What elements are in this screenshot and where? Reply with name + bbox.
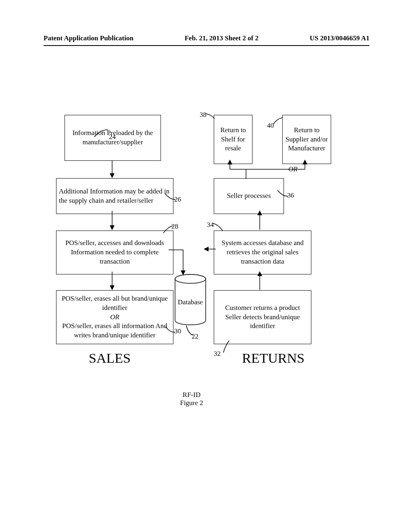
leader-32 (223, 341, 230, 353)
arrow-34-36 (257, 210, 262, 231)
leader-34 (213, 222, 223, 231)
node-34: System accesses database and retrieves t… (214, 231, 311, 274)
node-28: POS/seller, accesses and downloads Infor… (56, 231, 173, 274)
arrow-28-db (169, 249, 193, 278)
node-26: Additional Information may be added in t… (56, 178, 173, 214)
leader-26 (165, 193, 176, 201)
sales-label: SALES (89, 351, 131, 366)
arrow-36-branch (229, 160, 310, 180)
header-divider (44, 45, 369, 46)
leader-38 (206, 113, 215, 120)
leader-40 (273, 118, 284, 126)
ref-40: 40 (267, 122, 274, 130)
returns-label: RETURNS (242, 351, 305, 366)
leader-28 (163, 225, 174, 234)
arrow-32-34 (257, 271, 262, 291)
leader-36 (277, 190, 289, 197)
ref-32: 32 (214, 350, 221, 358)
arrow-28-30 (110, 272, 115, 291)
leader-24 (94, 129, 110, 138)
node-30: POS/seller, erases all but brand/unique … (56, 290, 173, 344)
database-label: Database (174, 298, 206, 306)
node-40: Return to Supplier and/or Manufacturer (282, 115, 331, 164)
arrow-db-34 (204, 247, 217, 251)
header-center: Feb. 21, 2013 Sheet 2 of 2 (185, 34, 259, 42)
page-header: Patent Application Publication Feb. 21, … (0, 34, 413, 42)
header-left: Patent Application Publication (44, 34, 133, 42)
ref-24: 24 (109, 133, 116, 141)
node-38: Return to Shelf for resale (214, 115, 252, 164)
caption-figure: Figure 2 (177, 399, 206, 407)
caption-rfid: RF-ID (177, 391, 206, 399)
arrow-24-26 (110, 160, 115, 179)
header-right: US 2013/0046659 A1 (310, 34, 369, 42)
leader-22 (186, 326, 194, 336)
leader-30 (165, 326, 176, 335)
arrow-26-28 (110, 211, 115, 231)
node-32: Customer returns a product Seller detect… (214, 290, 311, 344)
node-36: Seller processes (214, 178, 284, 214)
